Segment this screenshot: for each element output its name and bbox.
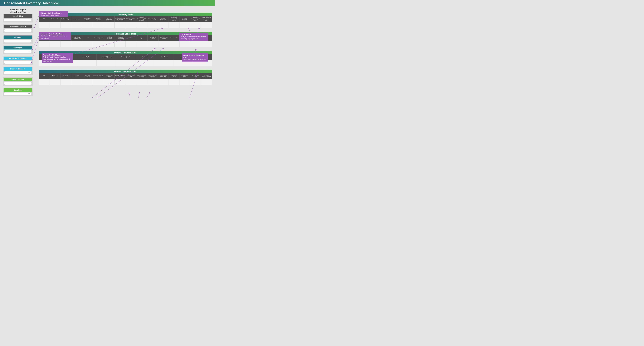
filter-label: Product Category [4,67,32,71]
column-header: Order Need Date [169,35,180,41]
cell [71,22,82,28]
cell [50,22,60,28]
cell [169,22,180,28]
cell [93,79,104,85]
cell [82,41,93,47]
column-header: Quantity Outstanding [115,35,126,41]
column-header: Past Due [126,35,137,41]
cell [96,60,116,66]
column-header: Average Lead Time [126,73,136,79]
search-and-filter[interactable]: Search and Filter [3,11,33,13]
filter-1: Material Request # [3,24,33,33]
filter-label: Location [4,88,32,92]
filter-dropdown[interactable] [4,29,32,32]
filter-dropdown[interactable] [4,40,32,43]
cell [201,22,212,28]
column-header: Change Min Value [169,73,180,79]
filter-label: Shortages [4,46,32,50]
cell [71,41,82,47]
cell [82,79,93,85]
cell [190,41,212,47]
sidebar: Backorder Report Search and Filter Item … [0,6,33,98]
cell [126,22,136,28]
filter-label: Item # (SIN) [4,15,32,18]
column-header: Requested Quantity [96,54,116,60]
cell [190,22,201,28]
filter-label: Material Request # [4,25,32,28]
column-header: Quantity Allocated [93,16,104,22]
column-header: Estimated Promise Date [72,35,82,41]
cell [169,41,180,47]
cell [114,79,126,85]
filter-dropdown[interactable] [4,61,32,64]
cell [147,22,158,28]
column-header: Recommended Max Level [147,73,158,79]
cell [39,41,50,47]
filter-dropdown[interactable] [4,71,32,74]
filter-5: Product Category [3,67,33,75]
filter-label: Projected Shortages [4,57,32,60]
filter-label: Electric or Gas [4,78,32,81]
filter-label: Supplier [4,36,32,39]
filter-3: Shortages [3,46,33,54]
column-header: Current Min Level [93,73,104,79]
filter-0: Item # (SIN) [3,14,33,23]
column-header: Projected Demand (90 days) [169,16,180,22]
filter-dropdown[interactable] [4,19,32,21]
callout-filterable: Filterable Back Order Report:Filterable … [39,11,68,17]
column-header: Warehouse [50,73,60,79]
column-header: Actual Lead Time [114,73,126,79]
cell [126,41,136,47]
cell [50,79,60,85]
column-header: Total Quantity of Request (past year) [201,16,212,22]
filter-dropdown[interactable] [4,82,32,85]
filter-dropdown[interactable] [4,93,32,95]
cell [60,79,71,85]
filter-6: Electric or Gas [3,77,33,86]
cell [158,22,169,28]
cell [71,79,82,85]
column-header: Description [71,16,82,22]
filter-dropdown[interactable] [4,50,32,53]
cell [50,41,60,47]
cell [104,79,114,85]
search-icon [10,12,11,13]
cell [114,41,126,47]
column-header: Unit Price [71,73,82,79]
cell [104,22,114,28]
column-header: Close Date [154,54,174,60]
cell [114,22,126,28]
cell [60,41,71,47]
page-header: Consolidated Inventory (Table View) [0,0,215,6]
cell [180,22,190,28]
cell [77,60,96,66]
filter-2: Supplier [3,35,33,44]
column-header: SIN [39,73,50,79]
filter-7: Location [3,88,33,96]
cell [82,22,93,28]
column-header: Quantity On Hand [82,16,93,22]
cell [169,79,180,85]
column-header: Charge to Account [148,35,158,41]
cell [93,41,104,47]
column-header: Supplier [137,35,148,41]
column-header: MR Reference Number [158,35,169,41]
cell [39,79,50,85]
column-header: Earliest Promise Date [126,16,136,22]
column-header: Earliest Outstanding PO Quantity [136,16,147,22]
column-header: Change Recommended [201,73,212,79]
cell [154,60,174,66]
cell [158,79,169,85]
callout-shortages: Active and Projected Shortages:Can show … [39,32,71,40]
column-header: Change Max Value [180,73,190,79]
column-header: Total Outstanding PO Quantity [114,16,126,22]
filter-4: Projected Shortages [3,56,33,65]
cell [180,79,190,85]
cell [180,41,190,47]
column-header: Bin Location [60,73,71,79]
column-header: Current Max Level [104,73,114,79]
column-header: Change Lead Time [190,73,201,79]
cell [136,41,147,47]
column-header: Requestor [135,54,154,60]
column-header: Days on Backorder [158,16,169,22]
